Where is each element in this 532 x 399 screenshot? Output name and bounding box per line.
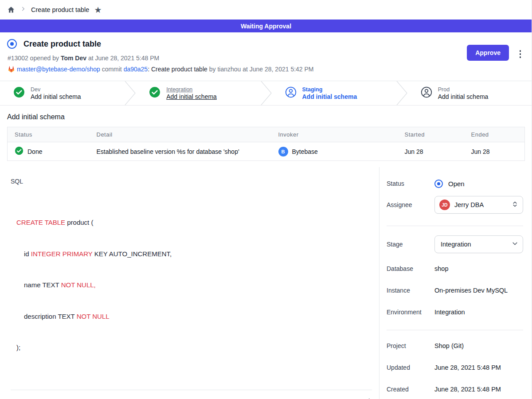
task-table-header: Status Detail Invoker Started Ended bbox=[8, 127, 525, 142]
star-icon[interactable]: ★ bbox=[94, 6, 102, 14]
waiting-approval-banner: Waiting Approval bbox=[0, 20, 532, 32]
approve-button[interactable]: Approve bbox=[467, 45, 509, 61]
stage-separator bbox=[396, 81, 407, 105]
updated-label: Updated bbox=[387, 364, 434, 371]
check-circle-icon bbox=[149, 86, 160, 100]
stage-integration[interactable]: Integration Add initial schema bbox=[136, 81, 260, 105]
created-value: June 28, 2021 5:48 PM bbox=[434, 386, 501, 393]
stage-separator bbox=[125, 81, 136, 105]
open-status-icon bbox=[434, 180, 443, 188]
assignee-value: Jerry DBA bbox=[454, 201, 507, 208]
col-started: Started bbox=[398, 127, 464, 142]
stage-task-label: Add initial schema bbox=[302, 93, 357, 100]
person-circle-icon bbox=[421, 86, 432, 100]
stage-env-label: Prod bbox=[438, 86, 489, 93]
stage-task-label: Add initial schema bbox=[438, 93, 489, 100]
banner-text: Waiting Approval bbox=[241, 23, 291, 30]
issue-title: Create product table bbox=[23, 39, 101, 49]
updown-chevron-icon bbox=[512, 201, 518, 209]
person-circle-icon bbox=[285, 86, 297, 100]
stage-dev[interactable]: Dev Add initial schema bbox=[0, 81, 125, 105]
task-row[interactable]: Done Established baseline version %s for… bbox=[8, 142, 525, 161]
task-table: Status Detail Invoker Started Ended Done… bbox=[7, 127, 525, 161]
stage-separator bbox=[261, 81, 272, 105]
stage-env-label: Integration bbox=[166, 86, 217, 93]
sidebar-divider bbox=[387, 226, 523, 226]
col-detail: Detail bbox=[90, 127, 271, 142]
project-label: Project bbox=[387, 342, 434, 349]
vcs-branch-link[interactable]: master@bytebase-demo/shop bbox=[17, 66, 100, 73]
issue-header: Create product table #13002 opened by To… bbox=[0, 32, 532, 81]
commit-author-time: by tianzhou at June 28, 2021 5:42 PM bbox=[209, 66, 314, 73]
divider bbox=[11, 390, 372, 390]
commit-word: commit bbox=[102, 66, 122, 73]
sql-label: SQL bbox=[11, 178, 372, 185]
assignee-avatar: JD bbox=[439, 200, 450, 210]
stage-staging[interactable]: Staging Add initial schema bbox=[272, 81, 396, 105]
database-label: Database bbox=[387, 265, 434, 272]
issue-number-text: #13002 opened by bbox=[8, 55, 59, 62]
col-invoker: Invoker bbox=[271, 127, 398, 142]
instance-value: On-premises Dev MySQL bbox=[434, 287, 508, 294]
task-detail-cell: Established baseline version %s for data… bbox=[90, 142, 271, 161]
chevron-right-icon bbox=[20, 6, 26, 14]
home-icon[interactable] bbox=[7, 6, 15, 14]
assignee-select[interactable]: JD Jerry DBA bbox=[434, 196, 523, 214]
issue-open-status-icon bbox=[7, 39, 17, 49]
stage-value: Integration bbox=[439, 241, 507, 248]
gitlab-icon bbox=[8, 66, 15, 74]
created-label: Created bbox=[387, 386, 434, 393]
check-circle-icon bbox=[15, 146, 23, 156]
breadcrumb-page-title[interactable]: Create product table bbox=[31, 6, 89, 13]
task-invoker-cell: B Bytebase bbox=[271, 142, 398, 161]
project-value: Shop (Git) bbox=[434, 342, 464, 349]
main-column: SQL CREATE TABLE product ( id INTEGER PR… bbox=[0, 167, 379, 399]
vcs-commit-line: master@bytebase-demo/shop commit da90a25… bbox=[8, 66, 525, 74]
stage-pipeline: Dev Add initial schema Integration Add i… bbox=[0, 81, 532, 106]
environment-value: Integration bbox=[434, 309, 465, 316]
status-label: Status bbox=[387, 180, 434, 187]
status-value: Open bbox=[448, 180, 465, 188]
col-ended: Ended bbox=[464, 127, 525, 142]
issue-opened-at: at June 28, 2021 5:48 PM bbox=[88, 55, 159, 62]
stage-task-label: Add initial schema bbox=[166, 93, 217, 100]
database-value: shop bbox=[434, 265, 448, 272]
sql-code-block: CREATE TABLE product ( id INTEGER PRIMAR… bbox=[16, 196, 372, 374]
invoker-avatar: B bbox=[278, 147, 288, 156]
task-status-cell: Done bbox=[8, 142, 90, 161]
sidebar-divider bbox=[387, 330, 523, 330]
commit-hash-link[interactable]: da90a25 bbox=[124, 66, 148, 73]
check-circle-icon bbox=[13, 86, 25, 100]
chevron-down-icon bbox=[512, 240, 518, 248]
task-heading: Add initial schema bbox=[7, 113, 525, 121]
commit-message: : Create product table bbox=[148, 66, 207, 73]
col-status: Status bbox=[8, 127, 90, 142]
task-status-text: Done bbox=[27, 148, 42, 155]
assignee-label: Assignee bbox=[387, 201, 434, 208]
stage-prod[interactable]: Prod Add initial schema bbox=[407, 81, 532, 105]
sidebar: Status Open Assignee JD Jerry DBA Stage … bbox=[379, 167, 532, 399]
kebab-menu-icon[interactable] bbox=[518, 49, 523, 59]
instance-label: Instance bbox=[387, 287, 434, 294]
task-invoker-text: Bytebase bbox=[292, 148, 318, 155]
breadcrumb: Create product table ★ bbox=[0, 0, 532, 20]
task-started-cell: Jun 28 bbox=[398, 142, 464, 161]
environment-label: Environment bbox=[387, 309, 434, 316]
stage-env-label: Dev bbox=[31, 86, 81, 93]
stage-task-label: Add initial schema bbox=[31, 93, 81, 100]
issue-meta: #13002 opened by Tom Dev at June 28, 202… bbox=[8, 55, 525, 62]
issue-author: Tom Dev bbox=[61, 55, 86, 62]
updated-value: June 28, 2021 5:48 PM bbox=[434, 364, 501, 371]
task-section: Add initial schema Status Detail Invoker… bbox=[0, 106, 532, 161]
stage-select[interactable]: Integration bbox=[434, 235, 523, 253]
edit-pencil-icon[interactable] bbox=[363, 397, 372, 399]
task-ended-cell: Jun 28 bbox=[464, 142, 525, 161]
stage-label: Stage bbox=[387, 241, 434, 248]
stage-env-label: Staging bbox=[302, 86, 357, 93]
